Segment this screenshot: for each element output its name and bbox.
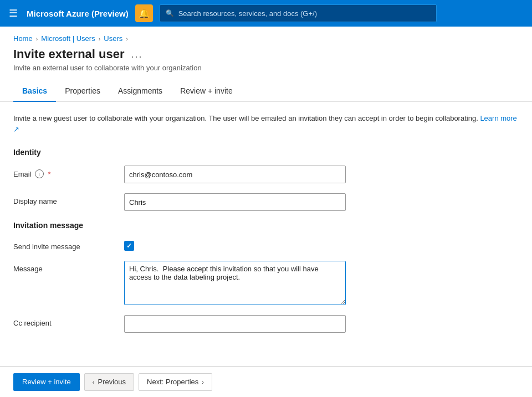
display-name-label: Display name	[13, 193, 124, 205]
tab-assignments[interactable]: Assignments	[109, 81, 171, 102]
main-content: Home › Microsoft | Users › Users › Invit…	[0, 27, 532, 366]
page-title: Invite external user	[13, 47, 125, 61]
invitation-section: Invitation message Send invite message ✓…	[13, 221, 519, 333]
breadcrumb-sep-1: ›	[36, 35, 38, 42]
search-icon: 🔍	[166, 9, 174, 17]
message-row: Message Hi, Chris. Please accept this in…	[13, 261, 519, 305]
cc-recipient-input[interactable]	[124, 315, 346, 333]
tab-basics[interactable]: Basics	[13, 81, 56, 102]
identity-heading: Identity	[13, 148, 519, 157]
message-label: Message	[13, 261, 124, 273]
breadcrumb-home[interactable]: Home	[13, 34, 33, 43]
search-placeholder-text: Search resources, services, and docs (G+…	[178, 9, 317, 18]
send-invite-label: Send invite message	[13, 239, 124, 251]
message-textarea[interactable]: Hi, Chris. Please accept this invitation…	[124, 261, 346, 305]
email-input[interactable]	[124, 166, 346, 183]
checkmark-icon: ✓	[126, 242, 132, 250]
tab-properties[interactable]: Properties	[56, 81, 109, 102]
send-invite-row: Send invite message ✓	[13, 239, 519, 251]
page-header: Invite external user ... Invite an exter…	[0, 47, 532, 72]
more-options-icon[interactable]: ...	[131, 49, 143, 60]
external-link-icon: ↗	[13, 125, 19, 133]
search-bar[interactable]: 🔍 Search resources, services, and docs (…	[160, 4, 437, 22]
page-subtitle: Invite an external user to collaborate w…	[13, 64, 519, 72]
email-required-marker: *	[48, 170, 51, 178]
hamburger-icon[interactable]: ☰	[7, 5, 20, 22]
info-banner: Invite a new guest user to collaborate w…	[13, 113, 519, 135]
email-label: Email i *	[13, 166, 124, 178]
invitation-heading: Invitation message	[13, 221, 519, 230]
send-invite-checkbox-container: ✓	[124, 239, 134, 251]
send-invite-checkbox[interactable]: ✓	[124, 241, 134, 251]
breadcrumb: Home › Microsoft | Users › Users ›	[0, 27, 532, 47]
display-name-input[interactable]	[124, 193, 346, 211]
topbar: ☰ Microsoft Azure (Preview) 🔔 🔍 Search r…	[0, 0, 532, 27]
tab-review-invite[interactable]: Review + invite	[171, 81, 242, 102]
form-area: Invite a new guest user to collaborate w…	[0, 102, 532, 354]
cc-recipient-label: Cc recipient	[13, 315, 124, 327]
email-info-icon[interactable]: i	[35, 169, 44, 178]
display-name-row: Display name	[13, 193, 519, 211]
cc-recipient-row: Cc recipient	[13, 315, 519, 333]
breadcrumb-sep-2: ›	[99, 35, 101, 42]
breadcrumb-sep-3: ›	[126, 35, 128, 42]
email-row: Email i *	[13, 166, 519, 183]
tabs-container: Basics Properties Assignments Review + i…	[0, 81, 532, 102]
app-title: Microsoft Azure (Preview)	[27, 9, 129, 18]
breadcrumb-microsoft-users[interactable]: Microsoft | Users	[41, 34, 95, 43]
breadcrumb-users[interactable]: Users	[104, 34, 122, 43]
notification-icon[interactable]: 🔔	[135, 4, 153, 22]
